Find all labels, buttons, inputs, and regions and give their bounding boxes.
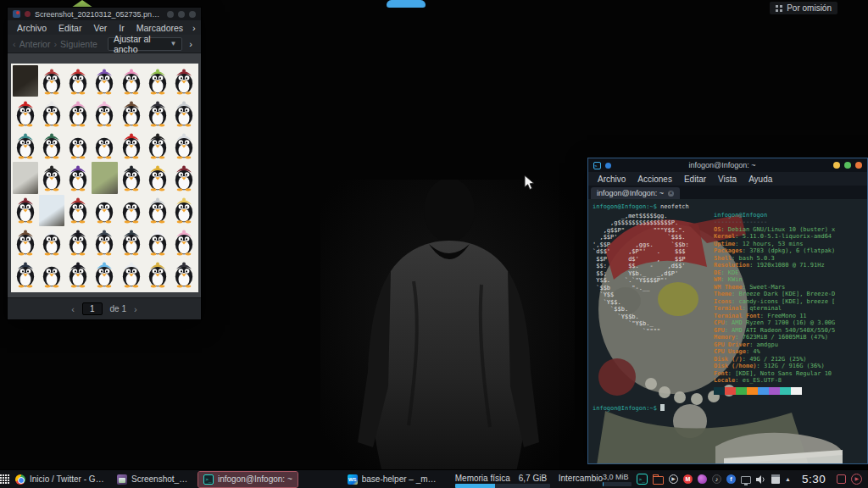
memory-monitor-widget[interactable]: Memoria física 6,7 GiB Intercambio	[455, 471, 603, 488]
webstorm-icon: WS	[348, 474, 358, 485]
mouse-cursor	[524, 175, 536, 191]
okular-window-title: Screenshot_20210312_052735.png — Okular	[35, 10, 163, 19]
poster-penguin-cell	[145, 195, 170, 226]
tab-close-icon[interactable]: ✕	[668, 191, 674, 197]
memory-bar	[455, 484, 550, 488]
tray-expand-icon[interactable]: ▲	[785, 476, 791, 482]
neofetch-info-line: Kernel: 5.11.0-5.1-liquorix-amd64	[714, 233, 835, 241]
terminal-close-button[interactable]	[855, 162, 862, 169]
activity-chip[interactable]: Por omisión	[770, 2, 837, 14]
poster-penguin-cell	[65, 162, 91, 193]
ascii-art: _,met$$$$$gg. ,g$$$$$$$$$$$$$$$P. ,g$$P"…	[593, 213, 689, 336]
chevron-down-icon: ▼	[170, 40, 176, 47]
task-browser[interactable]: Inicio / Twitter - Google ..	[10, 472, 110, 487]
tray-gimp-icon[interactable]	[698, 474, 707, 484]
neofetch-info-line: Packages: 3783 (dpkg), 6 (flatpak)	[714, 247, 835, 255]
terminal-titlebar[interactable]: >_ infogon@Infogon: ~	[588, 158, 867, 172]
poster-penguin-cell	[145, 130, 170, 161]
poster-penguin-cell	[92, 227, 117, 258]
terminal-window: >_ infogon@Infogon: ~ Archivo Acciones E…	[587, 158, 868, 464]
neofetch-info-line: Uptime: 12 hours, 53 mins	[714, 241, 835, 248]
tray-display-icon[interactable]	[741, 476, 751, 484]
memory-label: Memoria física	[455, 474, 510, 483]
poster-penguin-cell	[171, 259, 197, 291]
terminal-tabbar: infogon@Infogon: ~ ✕	[588, 186, 867, 199]
screen-record-button[interactable]: ▶	[851, 474, 862, 485]
okular-menu-ir[interactable]: Ir	[113, 22, 130, 34]
pager-next-icon[interactable]: ›	[134, 304, 137, 314]
okular-close-button[interactable]	[189, 11, 196, 18]
tray-folder-icon[interactable]	[653, 476, 664, 485]
tray-media-player-icon[interactable]: ▶	[669, 474, 678, 484]
chrome-icon	[15, 474, 25, 485]
poster-photo-cell	[39, 195, 64, 226]
task-screenshot-viewer[interactable]: Screenshot_20210312_05..	[112, 472, 197, 487]
poster-penguin-cell	[145, 227, 170, 258]
zoom-mode-combobox[interactable]: Ajustar al ancho ▼	[108, 37, 182, 51]
command-neofetch: neofetch	[660, 203, 689, 210]
task-webstorm[interactable]: WS base-helper – _menu.scss	[342, 472, 442, 487]
okular-toolbar-overflow-icon[interactable]: ›	[186, 39, 196, 49]
okular-menu-editar[interactable]: Editar	[53, 22, 87, 34]
poster-penguin-cell	[39, 130, 64, 161]
pager-previous-icon[interactable]: ‹	[71, 304, 75, 314]
tray-messenger-icon[interactable]: f	[726, 474, 736, 484]
show-desktop-button[interactable]	[837, 474, 846, 484]
poster-penguin-cell	[145, 259, 170, 291]
system-tray: 3,0 MiB >_ ▶ M ♪ f ▲ 5:30 ▶	[603, 472, 868, 486]
terminal-text-layer: infogon@Infogon:~$ neofetch _,met$$$$$gg…	[593, 203, 865, 412]
memory-value: 6,7 GiB	[519, 474, 547, 483]
okular-maximize-button[interactable]	[178, 11, 185, 18]
neofetch-info-line: OS: Debian GNU/Linux 10 (buster) x	[714, 226, 835, 234]
terminal-tab[interactable]: infogon@Infogon: ~ ✕	[591, 187, 680, 199]
poster-penguin-cell	[171, 97, 197, 129]
poster-penguin-cell	[119, 162, 144, 193]
volume-icon[interactable]	[756, 475, 766, 484]
task-browser-label: Inicio / Twitter - Google ..	[30, 474, 105, 484]
poster-penguin-cell	[171, 195, 197, 226]
app-launcher-button[interactable]	[0, 470, 9, 488]
poster-penguin-cell	[119, 130, 144, 161]
tray-mail-icon[interactable]: M	[683, 474, 693, 484]
page-number-box[interactable]: 1	[82, 302, 103, 315]
terminal-minimize-button[interactable]	[833, 162, 840, 169]
poster-penguin-cell	[39, 65, 64, 97]
palette-swatch	[780, 387, 791, 395]
okular-minimize-button[interactable]	[167, 11, 174, 18]
okular-menu-marcadores[interactable]: Marcadores	[131, 22, 189, 34]
terminal-menu-archivo[interactable]: Archivo	[592, 174, 632, 185]
tray-terminal-icon[interactable]: >_	[637, 474, 648, 485]
task-terminal[interactable]: >_ infogon@Infogon: ~	[198, 472, 298, 487]
neofetch-info-line: Locale: es_ES.UTF-8	[714, 377, 835, 385]
terminal-menu-vista[interactable]: Vista	[712, 174, 743, 185]
tray-audio-app-icon[interactable]: ♪	[712, 474, 721, 484]
terminal-menu-ayuda[interactable]: Ayuda	[743, 174, 778, 185]
zoom-mode-value: Ajustar al ancho	[114, 34, 164, 54]
penguin-poster-page	[11, 64, 198, 292]
okular-titlebar[interactable]: Screenshot_20210312_052735.png — Okular	[8, 8, 201, 20]
okular-menubar-overflow-icon[interactable]: ›	[189, 23, 199, 33]
terminal-menu-editar[interactable]: Editar	[678, 174, 712, 185]
taskbar-panel: Inicio / Twitter - Google .. Screenshot_…	[0, 469, 868, 488]
okular-menu-archivo[interactable]: Archivo	[11, 22, 53, 34]
poster-penguin-cell	[39, 227, 64, 258]
poster-photo-cell	[13, 65, 38, 97]
previous-page-button[interactable]: Anterior	[19, 39, 51, 49]
tray-notes-icon[interactable]	[771, 474, 780, 484]
next-page-button[interactable]: Siguiente	[60, 39, 97, 49]
okular-titlebar-dot-icon	[25, 11, 31, 17]
terminal-menu-acciones[interactable]: Acciones	[632, 174, 678, 185]
okular-menu-ver[interactable]: Ver	[87, 22, 113, 34]
terminal-output-area[interactable]: infogon@Infogon:~$ neofetch _,met$$$$$gg…	[588, 199, 867, 463]
terminal-cursor	[660, 404, 665, 411]
terminal-maximize-button[interactable]	[844, 162, 851, 169]
terminal-titlebar-dot-icon	[605, 163, 611, 169]
poster-penguin-cell	[92, 130, 117, 161]
neofetch-info-line: Disk (/): 49G / 212G (25%)	[714, 356, 835, 363]
poster-penguin-cell	[13, 259, 38, 291]
okular-document-view[interactable]	[8, 53, 201, 297]
poster-penguin-cell	[119, 65, 144, 97]
task-terminal-label: infogon@Infogon: ~	[218, 474, 292, 484]
activity-grid-icon	[776, 5, 782, 12]
clock[interactable]: 5:30	[796, 473, 832, 485]
